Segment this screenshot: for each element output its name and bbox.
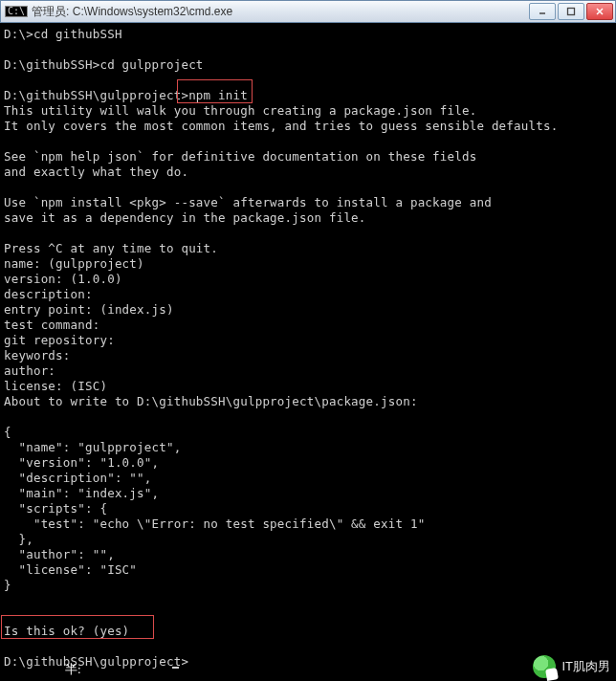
cmd-icon: C:\ (5, 6, 28, 17)
window-buttons (529, 3, 613, 20)
terminal-output[interactable]: D:\>cd githubSSH D:\githubSSH>cd gulppro… (0, 23, 616, 673)
window-titlebar: C:\ 管理员: C:\Windows\system32\cmd.exe (0, 0, 616, 23)
close-button[interactable] (586, 3, 613, 20)
minimize-button[interactable] (529, 3, 556, 20)
window-title-path: C:\Windows\system32\cmd.exe (73, 5, 232, 18)
ime-indicator: 半: (65, 661, 81, 678)
text-cursor (172, 667, 179, 669)
svg-rect-1 (568, 9, 575, 15)
window-title: 管理员: C:\Windows\system32\cmd.exe (32, 4, 529, 20)
maximize-button[interactable] (558, 3, 584, 20)
window-title-prefix: 管理员: (32, 5, 73, 18)
